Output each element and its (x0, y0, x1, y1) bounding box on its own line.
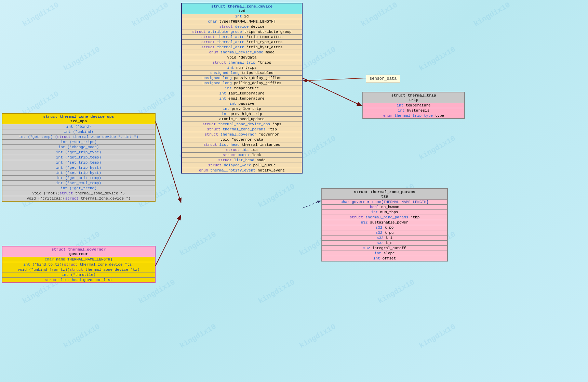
main-row-30: enum thermal_notify_event notify_event (182, 168, 302, 173)
main-row-14: int temperature (182, 86, 302, 91)
params-row-10: int slope (322, 251, 447, 256)
params-row-9: s32 integral_cutoff (322, 245, 447, 251)
ops-row-5: int (*get_trip_type) (2, 150, 155, 155)
ops-struct-title2: tzd_ops (4, 119, 153, 123)
governor-row-0: char name[THERMAL_NAME_LENGTH] (2, 257, 155, 262)
trip-row-1: int hysteresis (363, 108, 464, 113)
ops-row-9: int (*set_trip_hyst) (2, 170, 155, 175)
trip-struct-header: struct thermal_trip trip (363, 92, 464, 103)
svg-line-2 (156, 122, 181, 203)
governor-struct-box: struct thermal_governor governor char na… (2, 246, 156, 283)
svg-line-6 (303, 78, 366, 81)
main-row-5: struct thermal_attr *trip_type_attrs (182, 39, 302, 44)
main-row-26: struct ida ida (182, 147, 302, 152)
ops-row-12: int (*get_trend) (2, 186, 155, 191)
trip-struct-title2: trip (364, 98, 463, 102)
ops-row-14: void (*critical)(struct thermal_zone_dev… (2, 196, 155, 201)
ops-row-13: void (*hot)(struct thermal_zone_device *… (2, 191, 155, 196)
main-row-1: char type[THERMAL_NAME_LENGTH] (182, 19, 302, 24)
params-row-0: char governor_name[THERMAL_NAME_LENGTH] (322, 199, 447, 204)
ops-struct-header: struct thermal_zone_device_ops tzd_ops (2, 114, 155, 124)
params-row-4: u32 sustainable_power (322, 220, 447, 225)
ops-row-0: int (*bind) (2, 124, 155, 129)
main-row-0: int id (182, 14, 302, 19)
main-row-9: struct thermal_trip *trips (182, 60, 302, 65)
main-row-10: int num_trips (182, 65, 302, 70)
trip-row-0: int temperature (363, 103, 464, 108)
governor-row-4: struct list_head governor_list (2, 277, 155, 282)
params-row-7: s32 k_i (322, 235, 447, 240)
main-row-27: struct mutex lock (182, 152, 302, 157)
params-row-3: struct thermal_bind_params *tbp (322, 215, 447, 220)
main-row-6: struct thermal_attr *trip_hyst_attrs (182, 44, 302, 50)
main-row-19: int prev_high_trip (182, 111, 302, 116)
ops-row-3: int (*set_trips) (2, 139, 155, 144)
main-row-15: int last_temperature (182, 91, 302, 96)
params-struct-header: struct thermal_zone_params tzp (322, 189, 447, 199)
ops-row-10: int (*get_crit_temp) (2, 175, 155, 180)
governor-struct-title2: governor (4, 252, 153, 256)
governor-struct-title1: struct thermal_governor (4, 247, 153, 252)
ops-struct-title1: struct thermal_zone_device_ops (4, 114, 153, 119)
svg-line-3 (156, 215, 181, 266)
params-row-11: int offset (322, 256, 447, 261)
main-row-13: unsigned long polling_delay_jiffies (182, 80, 302, 86)
main-row-23: struct thermal_governor *governor (182, 132, 302, 137)
ops-row-7: int (*set_trip_temp) (2, 160, 155, 165)
governor-row-3: int (*throttle) (2, 272, 155, 277)
main-row-18: int prev_low_trip (182, 106, 302, 111)
main-row-22: struct thermal_zone_params *tzp (182, 127, 302, 132)
main-row-7: enum thermal_device_mode mode (182, 50, 302, 55)
main-row-25: struct list_head thermal_instances (182, 142, 302, 147)
main-row-24: void *governor_data (182, 137, 302, 142)
diagram-container: kingdix10 kingdix10 kingdix10 kingdix10 … (0, 0, 588, 382)
governor-struct-header: struct thermal_governor governor (2, 246, 155, 257)
ops-row-11: int (*set_emul_temp) (2, 180, 155, 186)
governor-row-1: int (*bind_to_tz)(struct thermal_zone_de… (2, 262, 155, 267)
main-row-3: struct attribute_group trips_attribute_g… (182, 29, 302, 34)
params-row-6: s32 k_pu (322, 230, 447, 235)
svg-line-5 (303, 201, 321, 208)
svg-line-4 (303, 78, 362, 106)
ops-row-6: int (*get_trip_temp) (2, 155, 155, 160)
main-row-16: int emul_temperature (182, 96, 302, 101)
main-row-17: int passive (182, 101, 302, 106)
governor-row-2: void (*unbind_from_tz)(struct thermal_zo… (2, 267, 155, 272)
main-row-2: struct device device (182, 24, 302, 29)
main-struct-header: struct thermal_zone_device tzd (182, 3, 302, 14)
main-row-21: struct thermal_zone_device_ops *ops (182, 122, 302, 127)
params-struct-title1: struct thermal_zone_params (323, 190, 446, 194)
params-row-5: s32 k_po (322, 225, 447, 230)
params-row-1: bool no_hwmon (322, 204, 447, 209)
trip-struct-title1: struct thermal_trip (364, 93, 463, 98)
params-struct-box: struct thermal_zone_params tzp char gove… (321, 188, 448, 262)
trip-row-2: enum thermal_trip_type type (363, 113, 464, 118)
main-row-28: struct list_head node (182, 157, 302, 163)
main-struct-title2: tzd (183, 9, 300, 13)
trip-struct-box: struct thermal_trip trip int temperature… (362, 92, 465, 119)
ops-struct-box: struct thermal_zone_device_ops tzd_ops i… (2, 113, 156, 202)
ops-row-4: int (*change_mode) (2, 144, 155, 150)
params-struct-title2: tzp (323, 194, 446, 199)
main-row-11: unsigned long trips_disabled (182, 70, 302, 75)
main-row-20: atomic_t need_update (182, 116, 302, 122)
sensor-data-label: sensor_data (370, 76, 397, 81)
ops-row-8: int (*get_trip_hyst) (2, 165, 155, 170)
main-row-8: void *devdata (182, 55, 302, 60)
main-row-29: struct delayed_work poll_queue (182, 163, 302, 168)
main-struct-box: struct thermal_zone_device tzd int id ch… (181, 3, 303, 174)
main-row-4: struct thermal_attr *trip_temp_attrs (182, 34, 302, 39)
params-row-8: s32 k_d (322, 240, 447, 245)
main-row-12: unsigned long passive_delay_jiffies (182, 75, 302, 80)
ops-row-1: int (*unbind) (2, 129, 155, 134)
main-struct-title1: struct thermal_zone_device (183, 4, 300, 9)
params-row-2: int num_tbps (322, 209, 447, 215)
sensor-data-tooltip: sensor_data (366, 75, 400, 83)
ops-row-2: int (*get_temp) (struct thermal_zone_dev… (2, 134, 155, 139)
